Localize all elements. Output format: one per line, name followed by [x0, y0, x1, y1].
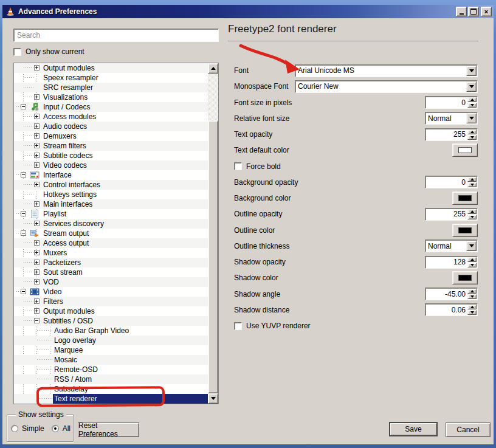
- tree-scrollbar[interactable]: [208, 63, 218, 404]
- text-default-color-button[interactable]: [452, 143, 478, 157]
- tree-item-video-codecs[interactable]: Video codecs: [14, 160, 208, 170]
- tree-toggle-expand-icon[interactable]: [34, 201, 40, 207]
- reset-preferences-button[interactable]: Reset Preferences: [78, 422, 139, 437]
- tree-item-remote-osd[interactable]: Remote-OSD: [14, 365, 208, 374]
- close-button[interactable]: ×: [481, 7, 492, 16]
- tree-toggle-expand-icon[interactable]: [34, 114, 40, 119]
- relative-font-size-combobox[interactable]: Normal: [425, 112, 478, 125]
- tree-toggle-collapse-icon[interactable]: [21, 104, 26, 109]
- tree-item-speex-resampler[interactable]: Speex resampler: [14, 73, 208, 83]
- tree-toggle-expand-icon[interactable]: [34, 308, 40, 314]
- tree-item-output-modules[interactable]: Output modules: [14, 306, 208, 316]
- tree-item-filters[interactable]: Filters: [14, 297, 208, 306]
- tree-toggle-expand-icon[interactable]: [34, 240, 40, 246]
- scroll-down-button[interactable]: [208, 393, 218, 404]
- tree-toggle-collapse-icon[interactable]: [21, 172, 26, 177]
- spin-up-button[interactable]: [467, 209, 477, 214]
- tree-item-text-renderer[interactable]: Text renderer: [14, 394, 208, 404]
- tree-item-stream-output[interactable]: Stream output: [14, 229, 208, 238]
- shadow-angle-spinner[interactable]: -45.00: [425, 288, 478, 300]
- tree-toggle-expand-icon[interactable]: [34, 221, 40, 226]
- tree-item-logo-overlay[interactable]: Logo overlay: [14, 336, 208, 345]
- spin-down-button[interactable]: [467, 294, 477, 299]
- spin-down-button[interactable]: [467, 310, 477, 315]
- tree-toggle-expand-icon[interactable]: [34, 133, 40, 139]
- spin-down-button[interactable]: [467, 135, 477, 140]
- tree-item-hotkeys-settings[interactable]: Hotkeys settings: [14, 190, 208, 199]
- spin-up-button[interactable]: [467, 305, 477, 309]
- tree-toggle-expand-icon[interactable]: [34, 65, 40, 71]
- tree-toggle-expand-icon[interactable]: [34, 153, 40, 158]
- tree-item-video[interactable]: Video: [14, 287, 208, 297]
- dropdown-button[interactable]: [466, 66, 477, 76]
- maximize-button[interactable]: [468, 7, 479, 16]
- tree-item-main-interfaces[interactable]: Main interfaces: [14, 199, 208, 209]
- tree-item-output-modules[interactable]: Output modules: [14, 63, 208, 73]
- tree-item-subsdelay[interactable]: Subsdelay: [14, 384, 208, 394]
- tree-toggle-expand-icon[interactable]: [34, 182, 40, 187]
- tree-toggle-collapse-icon[interactable]: [34, 318, 40, 323]
- force-bold-checkbox[interactable]: [234, 162, 242, 170]
- tree-item-visualizations[interactable]: Visualizations: [14, 92, 208, 102]
- tree-item-subtitles-osd[interactable]: Subtitles / OSD: [14, 316, 208, 326]
- tree-item-audio-codecs[interactable]: Audio codecs: [14, 122, 208, 131]
- outline-color-button[interactable]: [452, 224, 478, 237]
- scrollbar-thumb[interactable]: [208, 120, 218, 393]
- tree-item-playlist[interactable]: Playlist: [14, 209, 208, 219]
- background-opacity-spinner[interactable]: 0: [425, 176, 478, 188]
- tree-item-stream-filters[interactable]: Stream filters: [14, 141, 208, 151]
- cancel-button[interactable]: Cancel: [446, 422, 491, 437]
- tree-item-interface[interactable]: Interface: [14, 170, 208, 180]
- spin-up-button[interactable]: [467, 97, 477, 102]
- outline-opacity-spinner[interactable]: 255: [425, 208, 478, 221]
- dropdown-button[interactable]: [466, 81, 477, 92]
- tree-item-packetizers[interactable]: Packetizers: [14, 258, 208, 267]
- tree-item-marquee[interactable]: Marquee: [14, 345, 208, 355]
- tree-item-access-output[interactable]: Access output: [14, 238, 208, 248]
- search-input[interactable]: [13, 29, 219, 42]
- font-size-in-pixels-spinner[interactable]: 0: [425, 96, 478, 109]
- tree-item-src-resampler[interactable]: SRC resampler: [14, 83, 208, 92]
- tree-toggle-collapse-icon[interactable]: [21, 289, 26, 294]
- save-button[interactable]: Save: [389, 422, 438, 436]
- shadow-color-button[interactable]: [452, 271, 478, 284]
- tree-toggle-expand-icon[interactable]: [34, 162, 40, 168]
- text-opacity-spinner[interactable]: 255: [425, 128, 478, 141]
- tree-toggle-collapse-icon[interactable]: [21, 211, 26, 216]
- use-yuvp-renderer-checkbox[interactable]: [234, 322, 242, 330]
- tree-toggle-expand-icon[interactable]: [34, 94, 40, 100]
- shadow-opacity-spinner[interactable]: 128: [425, 256, 478, 269]
- spin-up-button[interactable]: [467, 257, 477, 262]
- radio-simple[interactable]: [11, 425, 18, 432]
- tree-item-audio-bar-graph-video[interactable]: Audio Bar Graph Video: [14, 326, 208, 336]
- tree-toggle-expand-icon[interactable]: [34, 298, 40, 304]
- spin-down-button[interactable]: [467, 215, 477, 219]
- tree-toggle-expand-icon[interactable]: [34, 123, 40, 129]
- spin-up-button[interactable]: [467, 177, 477, 182]
- tree-toggle-expand-icon[interactable]: [34, 143, 40, 148]
- dropdown-button[interactable]: [466, 113, 477, 123]
- background-color-button[interactable]: [452, 191, 478, 205]
- spin-up-button[interactable]: [467, 289, 477, 294]
- dropdown-button[interactable]: [466, 241, 477, 251]
- spin-down-button[interactable]: [467, 103, 477, 108]
- tree-item-mosaic[interactable]: Mosaic: [14, 355, 208, 365]
- tree-item-muxers[interactable]: Muxers: [14, 248, 208, 258]
- minimize-button[interactable]: [456, 7, 467, 16]
- spin-down-button[interactable]: [467, 182, 477, 187]
- outline-thickness-combobox[interactable]: Normal: [425, 240, 478, 252]
- tree-toggle-expand-icon[interactable]: [34, 269, 40, 275]
- tree-toggle-expand-icon[interactable]: [34, 250, 40, 255]
- spin-down-button[interactable]: [467, 263, 477, 267]
- monospace-font-combobox[interactable]: Courier New: [295, 80, 478, 93]
- tree-toggle-collapse-icon[interactable]: [21, 230, 26, 236]
- tree-item-services-discovery[interactable]: Services discovery: [14, 219, 208, 229]
- tree-item-demuxers[interactable]: Demuxers: [14, 131, 208, 141]
- spin-up-button[interactable]: [467, 129, 477, 134]
- shadow-distance-spinner[interactable]: 0.06: [425, 303, 478, 316]
- radio-all[interactable]: [52, 425, 59, 432]
- tree-item-subtitle-codecs[interactable]: Subtitle codecs: [14, 151, 208, 160]
- tree-toggle-expand-icon[interactable]: [34, 279, 40, 284]
- tree-item-input-codecs[interactable]: Input / Codecs: [14, 102, 208, 112]
- tree-item-access-modules[interactable]: Access modules: [14, 112, 208, 122]
